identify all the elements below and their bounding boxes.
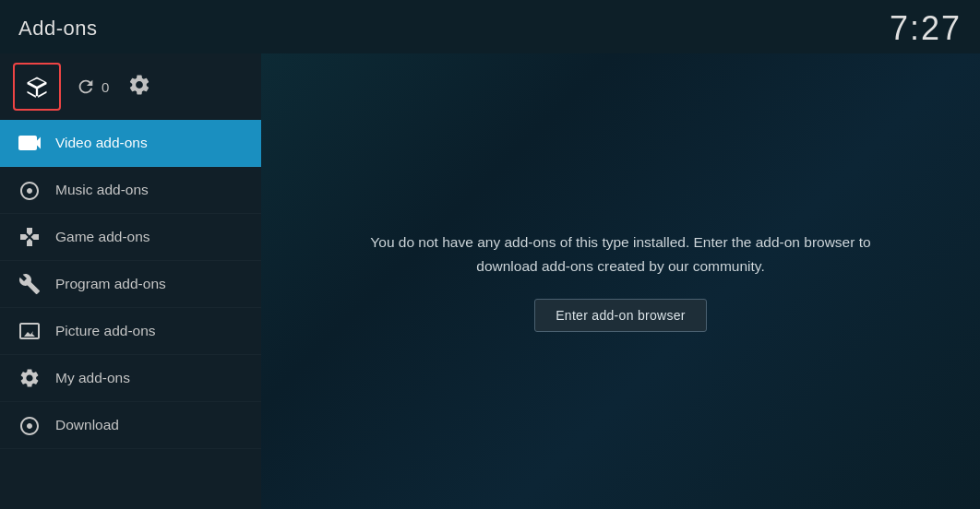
- sidebar-item-download-label: Download: [55, 417, 119, 433]
- app-header: Add-ons 7:27: [0, 0, 980, 53]
- my-addons-icon: [18, 367, 41, 389]
- refresh-button[interactable]: 0: [76, 77, 109, 97]
- content-area: You do not have any add-ons of this type…: [261, 53, 980, 509]
- sidebar-item-my-addons-label: My add-ons: [55, 370, 130, 386]
- enter-addon-browser-button[interactable]: Enter add-on browser: [534, 299, 707, 332]
- sidebar-item-music-addons[interactable]: Music add-ons: [0, 167, 261, 214]
- box-icon: [24, 74, 50, 100]
- sidebar-toolbar: 0: [0, 53, 261, 120]
- app-title: Add-ons: [18, 17, 97, 41]
- sidebar-item-music-label: Music add-ons: [55, 182, 149, 198]
- addon-box-icon[interactable]: [13, 63, 61, 111]
- sidebar-item-video-label: Video add-ons: [55, 135, 148, 151]
- clock-display: 7:27: [890, 9, 962, 48]
- music-icon: [18, 179, 41, 201]
- sidebar-item-video-addons[interactable]: Video add-ons: [0, 120, 261, 167]
- sidebar-item-game-label: Game add-ons: [55, 229, 150, 245]
- sidebar-item-picture-label: Picture add-ons: [55, 323, 156, 339]
- video-icon: [18, 132, 41, 154]
- sidebar-item-program-label: Program add-ons: [55, 276, 166, 292]
- gear-icon: [127, 73, 151, 97]
- sidebar: 0 Video add-ons Music add-ons: [0, 53, 261, 509]
- sidebar-item-my-addons[interactable]: My add-ons: [0, 355, 261, 402]
- empty-state-message: You do not have any add-ons of this type…: [344, 231, 898, 278]
- sidebar-item-game-addons[interactable]: Game add-ons: [0, 214, 261, 261]
- settings-button[interactable]: [127, 73, 151, 101]
- sidebar-item-program-addons[interactable]: Program add-ons: [0, 261, 261, 308]
- picture-icon: [18, 320, 41, 342]
- download-icon: [18, 414, 41, 436]
- main-layout: 0 Video add-ons Music add-ons: [0, 53, 980, 509]
- program-icon: [18, 273, 41, 295]
- refresh-icon: [76, 77, 96, 97]
- sidebar-item-download[interactable]: Download: [0, 402, 261, 449]
- game-icon: [18, 226, 41, 248]
- refresh-count: 0: [102, 79, 109, 95]
- sidebar-item-picture-addons[interactable]: Picture add-ons: [0, 308, 261, 355]
